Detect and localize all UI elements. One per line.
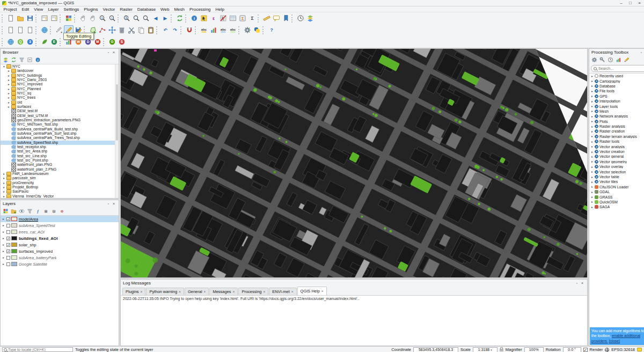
expander-icon[interactable]: ▸ [590,120,594,123]
browser-item-nyc-sq[interactable]: ▸NYC_sq [1,91,119,96]
toolbox-group-vector-analysis[interactable]: ▸Vector analysis [589,144,644,149]
browser-item-par-landesmuseum[interactable]: ▸PAR_Landesmuseum [1,172,119,176]
quickosm-icon[interactable]: Q [16,37,25,47]
menu-layer[interactable]: Layer [46,6,61,12]
tab-close-icon[interactable]: × [321,289,324,293]
layer-item-subarea-batterypark[interactable]: ▸subArea_batteryPark [1,254,119,261]
toolbox-group-mesh[interactable]: ▸Mesh [589,109,644,114]
statistical-summary-icon[interactable]: Σ [247,13,257,23]
cut-features-icon[interactable] [127,25,136,35]
change-label-icon[interactable]: abc [228,25,238,35]
browser-properties-icon[interactable]: i [34,56,41,64]
toolbox-group-cartography[interactable]: ▸Cartography [589,78,644,83]
log-tab-plugins[interactable]: Plugins× [122,288,145,295]
browser-item-subarea-centralpark-trees-test-shp[interactable]: subArea_centralPark_Trees_Test.shp [1,136,119,140]
browser-item-nyc-improved[interactable]: ▸NYC_improved [1,82,119,86]
menu-project[interactable]: Project [1,6,19,12]
copy-features-icon[interactable] [136,25,146,35]
browser-item-nyc-planned[interactable]: ▸NYC_Planned [1,87,119,91]
expander-icon[interactable]: ▸ [2,224,5,227]
expander-icon[interactable]: ▸ [590,170,594,173]
layer-item-google-satellite[interactable]: ▸Google Satellite [1,261,119,267]
layer-checkbox[interactable]: ✓ [6,237,10,240]
zoom-in-icon[interactable]: + [98,13,107,23]
expander-icon[interactable]: ▸ [2,217,5,221]
python-console-icon[interactable] [252,25,262,35]
layer-checkbox[interactable] [6,230,10,234]
move-label-icon[interactable]: abc [218,25,228,35]
layer-item-surfaces-improved[interactable]: ▸✓surfaces_improved [1,248,119,254]
toolbox-edit-in-place-icon[interactable] [623,56,630,64]
layer-item-trees-cat-aoi[interactable]: ▸trees_cat_AOI [1,229,119,235]
browser-item-nyc-buildings[interactable]: ▸NYC_buildings [1,74,119,78]
toolbox-search[interactable] [591,65,644,72]
data-source-manager-icon[interactable] [305,13,315,23]
browser-item-dem-test-utm-tif[interactable]: DEM_test_UTM.tif [1,114,119,118]
toolbox-group-raster-analysis[interactable]: ▸Raster analysis [589,124,644,129]
expander-icon[interactable]: ▸ [2,176,6,180]
identify-features-icon[interactable]: i [189,13,199,23]
layer-checkbox[interactable] [6,256,10,260]
browser-float-icon[interactable]: ▫ [106,49,111,56]
browser-scrollbar[interactable] [115,64,119,198]
browser-item-landcover[interactable]: ▸landcover [1,69,119,73]
toolbar-handle[interactable] [2,38,4,46]
measure-line-icon[interactable] [262,13,272,23]
browser-item-test-receptor-shp[interactable]: test_receptor.shp [1,145,119,149]
saga-tools-icon[interactable]: S [117,37,127,47]
menu-help[interactable]: Help [213,6,226,12]
new-spatial-bookmark-icon[interactable] [281,13,291,23]
layer-checkbox[interactable] [6,262,10,266]
maximize-button[interactable]: □ [626,0,635,6]
rotation-value[interactable]: 0.0 ° [563,347,581,352]
locate-input[interactable] [8,348,71,351]
expander-icon[interactable]: ▸ [7,87,11,91]
toolbox-float-icon[interactable]: ▫ [639,49,644,56]
expander-icon[interactable]: ▸ [590,79,594,83]
toolbox-group-interpolation[interactable]: ▸Interpolation [589,99,644,104]
layer-checkbox[interactable]: ✓ [6,243,10,247]
expander-icon[interactable]: ▸ [590,206,594,209]
tab-close-icon[interactable]: × [263,290,265,294]
delete-selected-icon[interactable] [117,25,127,35]
expander-icon[interactable]: ▸ [590,200,594,203]
quickmapservices-icon[interactable] [6,37,16,47]
pan-to-selection-icon[interactable] [88,13,98,23]
map-tips-icon[interactable] [272,13,281,23]
toolbox-group-gdal[interactable]: ▸GDAL [589,189,644,194]
expander-icon[interactable]: ▸ [2,237,5,240]
expander-icon[interactable]: ▸ [7,82,11,86]
new-print-layout-icon[interactable] [40,13,49,23]
manage-map-themes-icon[interactable] [18,208,25,215]
toolbar-handle[interactable] [2,14,4,23]
menu-raster[interactable]: Raster [118,6,135,12]
redo-icon[interactable]: ↷ [170,25,180,35]
log-tab-messages[interactable]: Messages× [209,288,238,295]
tab-close-icon[interactable]: × [233,290,235,294]
toolbox-history-icon[interactable] [606,56,614,64]
save-project-icon[interactable] [25,13,35,23]
toolbox-group-vector-creation[interactable]: ▸Vector creation [589,149,644,154]
expander-icon[interactable]: ▸ [2,243,5,246]
layers-float-icon[interactable]: ▫ [106,200,111,207]
expander-icon[interactable]: ▸ [7,78,11,82]
toolbox-results-viewer-icon[interactable] [614,56,622,64]
browser-item-subarea-speedtest-shp[interactable]: subArea_SpeedTest.shp [1,141,119,145]
expander-icon[interactable]: ▸ [7,105,11,109]
menu-mesh[interactable]: Mesh [172,6,187,12]
browser-collapse-all-icon[interactable] [26,56,33,64]
menu-web[interactable]: Web [158,6,172,12]
expander-icon[interactable]: ▸ [590,125,594,128]
browser-item-subarea-centralpark-build-test-shp[interactable]: subArea_centralPark_Build_test.shp [1,127,119,131]
log-tab-python-warning[interactable]: Python warning× [146,288,184,295]
coordinate-value[interactable]: 583495.3,4508418.3 [413,347,458,352]
toolbox-group-cityjson-loader[interactable]: ▸CityJSON Loader [589,185,644,189]
layer-labeling-options-icon[interactable]: abc [199,25,209,35]
expander-icon[interactable]: ▸ [590,180,594,184]
toolbox-group-vector-selection[interactable]: ▸Vector selection [589,169,644,174]
new-shapefile-layer-icon[interactable] [6,25,16,35]
expander-icon[interactable]: ▾ [2,64,6,69]
zoom-to-selection-icon[interactable] [141,13,151,23]
expander-icon[interactable]: ▸ [590,165,594,168]
toolbox-models-menu-icon[interactable] [590,56,598,64]
